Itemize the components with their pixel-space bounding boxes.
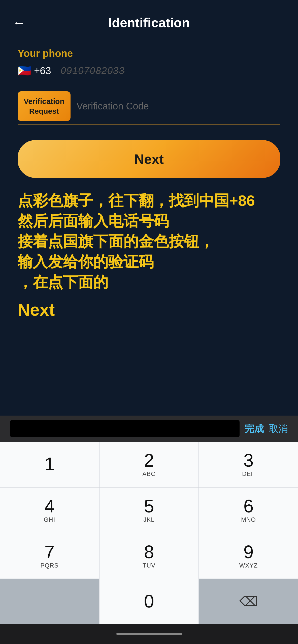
keyboard-toolbar: 完成 取消	[0, 416, 298, 442]
key-9-number: 9	[243, 543, 253, 561]
key-9-letters: WXYZ	[239, 562, 258, 569]
key-7-number: 7	[44, 543, 54, 561]
key-3-letters: DEF	[242, 470, 255, 477]
header: ← Identification	[0, 0, 298, 38]
phone-row: 🇵🇭 +63 09107082033	[18, 64, 280, 81]
key-6-number: 6	[243, 497, 253, 515]
keyboard-cancel-button[interactable]: 取消	[269, 422, 288, 435]
key-8-letters: TUV	[143, 562, 155, 569]
key-4[interactable]: 4 GHI	[0, 488, 99, 533]
instructions-text: 点彩色旗子，往下翻，找到中国+86 然后后面输入电话号码 接着点国旗下面的金色按…	[18, 190, 280, 292]
delete-icon: ⌫	[239, 594, 258, 609]
key-9[interactable]: 9 WXYZ	[199, 533, 298, 579]
key-2-number: 2	[144, 451, 154, 469]
key-2-letters: ABC	[142, 470, 155, 477]
phone-label: Your phone	[18, 48, 280, 59]
key-4-letters: GHI	[44, 516, 55, 523]
keyboard-textfield[interactable]	[10, 420, 240, 437]
back-button[interactable]: ←	[13, 16, 26, 29]
home-indicator	[0, 624, 298, 644]
key-1[interactable]: 1	[0, 442, 99, 487]
content-area: Your phone 🇵🇭 +63 09107082033 Verificati…	[0, 38, 298, 327]
phone-number-display[interactable]: 09107082033	[61, 65, 280, 76]
keyboard-done-button[interactable]: 完成	[245, 422, 264, 435]
key-0-number: 0	[144, 591, 154, 612]
home-bar	[116, 633, 182, 635]
key-5-number: 5	[144, 497, 154, 515]
verification-row: Verification Request	[18, 91, 280, 125]
country-selector[interactable]: 🇵🇭 +63	[18, 64, 51, 77]
instructions-next-label: Next	[18, 300, 280, 319]
key-2[interactable]: 2 ABC	[100, 442, 198, 487]
key-8[interactable]: 8 TUV	[100, 533, 198, 579]
country-code: +63	[34, 65, 51, 76]
key-5[interactable]: 5 JKL	[100, 488, 198, 533]
flag-icon: 🇵🇭	[18, 64, 31, 77]
keypad: 1 2 ABC 3 DEF 4 GHI 5 JKL 6 MNO 7 PQRS	[0, 442, 298, 579]
key-delete[interactable]: ⌫	[199, 579, 298, 624]
key-7-letters: PQRS	[40, 562, 58, 569]
keyboard-overlay: 完成 取消 1 2 ABC 3 DEF 4 GHI 5 JKL 6 MNO	[0, 416, 298, 644]
key-1-number: 1	[44, 455, 54, 473]
key-3-number: 3	[243, 451, 253, 469]
key-3[interactable]: 3 DEF	[199, 442, 298, 487]
page-title: Identification	[26, 15, 272, 30]
next-button[interactable]: Next	[18, 140, 280, 178]
divider	[56, 64, 56, 77]
key-empty	[0, 579, 99, 624]
verification-code-input[interactable]	[77, 101, 280, 112]
key-4-number: 4	[44, 497, 54, 515]
key-7[interactable]: 7 PQRS	[0, 533, 99, 579]
key-0[interactable]: 0	[100, 579, 198, 624]
verification-request-button[interactable]: Verification Request	[18, 91, 71, 121]
key-6-letters: MNO	[241, 516, 256, 523]
key-8-number: 8	[144, 543, 154, 561]
keypad-bottom: 0 ⌫	[0, 579, 298, 624]
key-6[interactable]: 6 MNO	[199, 488, 298, 533]
key-5-letters: JKL	[143, 516, 154, 523]
